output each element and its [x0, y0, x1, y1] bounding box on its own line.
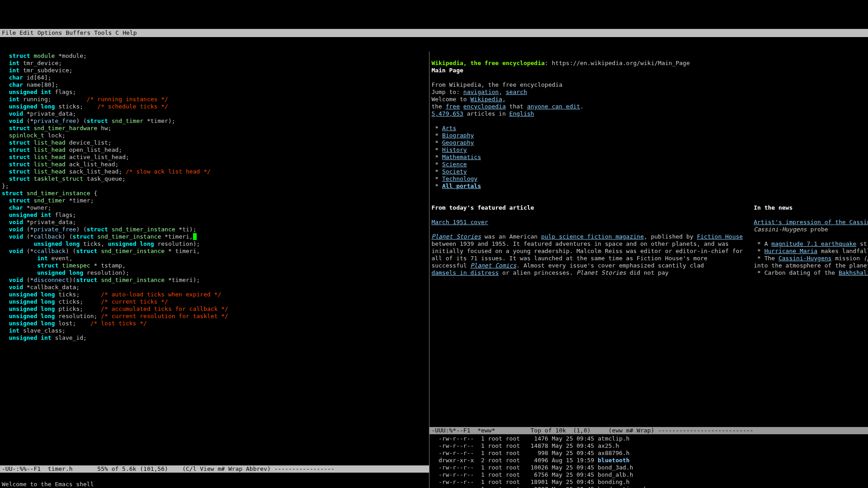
link-wikipedia[interactable]: Wikipedia [470, 96, 502, 103]
txt: A [764, 240, 772, 247]
txt: (probe rendering shown) [863, 255, 868, 262]
link-portal-science[interactable]: Science [442, 161, 467, 168]
eshell-pane[interactable]: Welcome to the Emacs shell 2017-09-19 09… [0, 473, 429, 488]
link-pulp[interactable]: pulp science fiction magazine [541, 233, 644, 240]
dired-row[interactable]: -rw-r--r-- 1 root root 14878 May 25 09:4… [431, 442, 866, 450]
link-march-cover[interactable]: March 1951 cover [431, 219, 488, 225]
menu-file[interactable]: File [2, 29, 16, 37]
modeline-eww: -UUU:%*--F1 *eww* Top of 10k (1,0) (eww … [429, 427, 868, 434]
menubar[interactable]: File Edit Options Buffers Tools C Help [0, 29, 868, 37]
link-fiction-house[interactable]: Fiction House [697, 233, 743, 240]
menu-edit[interactable]: Edit [19, 29, 33, 37]
link-portal-biography[interactable]: Biography [442, 132, 474, 139]
txt: . Almost every issue's cover emphasized … [516, 262, 704, 269]
txt: Welcome to [431, 96, 470, 103]
eww-page-title: Main Page [431, 67, 463, 74]
dired-row[interactable]: -rw-r--r-- 1 root root 1476 May 25 09:45… [431, 435, 866, 442]
link-earthquake[interactable]: magnitude 7.1 earthquake [771, 240, 856, 247]
dired-row[interactable]: -rw-r--r-- 1 root root 18901 May 25 09:4… [431, 479, 866, 486]
dired-row[interactable]: -rw-r--r-- 1 root root 10026 May 25 09:4… [431, 464, 866, 471]
link-navigation[interactable]: navigation [463, 89, 499, 95]
news-heading: In the news [754, 204, 793, 211]
txt: was an American [481, 233, 541, 240]
txt: The [764, 255, 778, 262]
eww-site-title: Wikipedia, the free encyclopedia [431, 60, 544, 66]
link-english[interactable]: English [509, 110, 534, 117]
menu-options[interactable]: Options [38, 29, 62, 37]
txt: articles in [463, 110, 509, 117]
link-search[interactable]: search [506, 89, 527, 95]
txt: makes landfall on [817, 248, 868, 254]
modeline-code: -UU-:%%--F1 timer.h 55% of 5.6k (101,56)… [0, 465, 429, 473]
link-artist-impression[interactable]: Artist's impression of the Cassini–Huyge… [754, 219, 868, 225]
link-hurricane-maria[interactable]: Hurricane Maria [764, 248, 817, 254]
txt: , published by [644, 233, 697, 240]
txt: mission [831, 255, 863, 262]
link-portal-technology[interactable]: Technology [442, 175, 477, 182]
eww-browser-pane[interactable]: Wikipedia, the free encyclopedia: https:… [429, 52, 868, 427]
link-article-count[interactable]: 5,479,653 [431, 110, 463, 117]
txt: the [431, 103, 445, 110]
dired-row[interactable]: -rw-r--r-- 1 root root 998 May 25 09:45 … [431, 450, 866, 457]
link-bakhshali[interactable]: Bakhshali manuscript [839, 269, 868, 276]
portals-list: * Arts * Biography * Geography * History… [431, 125, 866, 190]
link-damsels[interactable]: damsels in distress [431, 269, 499, 276]
txt: Planet Stories [576, 269, 626, 276]
link-anyone-edit[interactable]: anyone can edit [527, 103, 580, 110]
txt: strikes central Mexico, killing more tha… [856, 240, 868, 247]
dired-row[interactable]: -rw-r--r-- 1 root root 6756 May 25 09:45… [431, 471, 866, 479]
dired-pane[interactable]: -rw-r--r-- 1 root root 1476 May 25 09:45… [429, 434, 868, 488]
txt: did not pay [626, 269, 669, 276]
menu-buffers[interactable]: Buffers [66, 29, 90, 37]
link-portal-history[interactable]: History [442, 146, 467, 153]
txt: Carbon dating of the [764, 269, 839, 276]
link-portal-mathematics[interactable]: Mathematics [442, 154, 481, 160]
link-portal-geography[interactable]: Geography [442, 139, 474, 146]
link-portal-society[interactable]: Society [442, 168, 467, 175]
txt: into the atmosphere of the planet. [754, 262, 868, 269]
txt: probe [807, 226, 828, 233]
txt: or alien princesses. [499, 269, 576, 276]
menu-tools[interactable]: Tools [94, 29, 112, 37]
eww-from: From Wikipedia, the free encyclopedia [431, 81, 562, 88]
eshell-welcome: Welcome to the Emacs shell [2, 481, 94, 488]
txt: that [506, 103, 527, 110]
dired-row[interactable]: drwxr-xr-x 2 root root 4096 Aug 15 19:59… [431, 457, 866, 464]
featured-heading: From today's featured article [431, 204, 534, 211]
code-editor-pane[interactable]: struct module *module; int tmr_device; i… [0, 52, 429, 465]
link-planet-stories[interactable]: Planet Stories [431, 233, 481, 240]
menu-help[interactable]: Help [123, 29, 137, 37]
eww-url: https://en.wikipedia.org/wiki/Main_Page [552, 60, 690, 66]
txt: Cassini-Huygens [754, 226, 807, 233]
link-portal-arts[interactable]: Arts [442, 125, 456, 131]
link-planet-comics[interactable]: Planet Comics [470, 262, 516, 269]
eww-jump-label: Jump to: [431, 89, 463, 95]
link-portal-all-portals[interactable]: All portals [442, 183, 481, 189]
menu-c[interactable]: C [115, 29, 119, 37]
link-cassini[interactable]: Cassini-Huygens [778, 255, 831, 262]
link-encyclopedia[interactable]: encyclopedia [463, 103, 506, 110]
dired-row[interactable]: -rw-r--r-- 1 root root 3907 May 25 09:45… [431, 486, 866, 488]
link-free[interactable]: free [446, 103, 460, 110]
